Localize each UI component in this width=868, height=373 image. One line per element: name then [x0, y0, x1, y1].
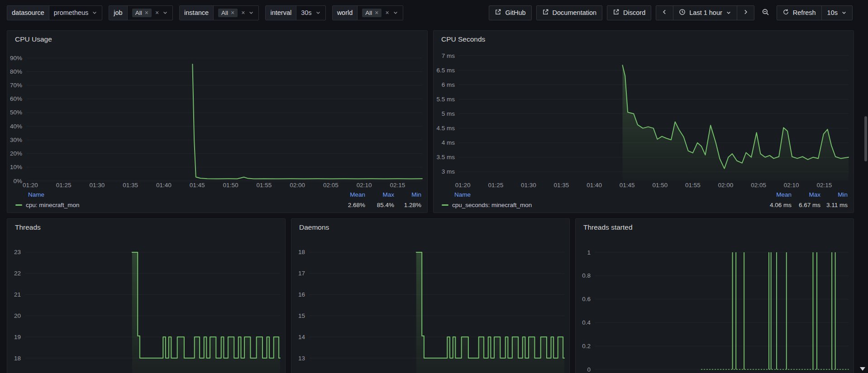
legend-series-row: cpu_seconds: minecraft_mon 4.06 ms 6.67 … — [439, 200, 848, 210]
svg-text:10%: 10% — [10, 164, 22, 170]
legend-header-mean[interactable]: Mean — [760, 191, 792, 198]
instance-chip-remove-icon[interactable]: × — [231, 9, 234, 16]
world-value-chip[interactable]: All × — [362, 9, 382, 17]
svg-text:02:05: 02:05 — [751, 182, 766, 189]
job-value-chip[interactable]: All × — [132, 9, 152, 17]
panel-title-cpu-usage[interactable]: CPU Usage — [15, 35, 52, 43]
legend-header-name[interactable]: Name — [439, 191, 760, 198]
panel-title-threads-started[interactable]: Threads started — [583, 223, 633, 231]
daemons-chart-area[interactable]: 13141516171801:2001:2501:3001:3501:4001:… — [291, 219, 569, 373]
legend-header-max[interactable]: Max — [365, 191, 394, 198]
page-scrollbar-thumb[interactable] — [864, 116, 867, 161]
svg-text:4.5 ms: 4.5 ms — [436, 125, 455, 132]
legend-max-value: 6.67 ms — [792, 202, 820, 208]
panel-daemons: Daemons 13141516171801:2001:2501:3001:35… — [291, 218, 570, 373]
svg-text:19: 19 — [14, 334, 21, 340]
variable-interval: interval 30s — [265, 5, 325, 20]
svg-text:4 ms: 4 ms — [442, 139, 455, 146]
svg-text:18: 18 — [14, 355, 21, 362]
variable-interval-label: interval — [266, 6, 296, 20]
svg-text:70%: 70% — [10, 82, 22, 89]
world-chip-text: All — [365, 9, 372, 16]
scroll-down-arrow-icon — [860, 367, 865, 371]
svg-text:01:50: 01:50 — [652, 182, 668, 189]
zoom-out-time-button[interactable] — [759, 5, 772, 20]
cpu-usage-legend: Name Mean Max Min cpu: minecraft_mon 2.6… — [13, 189, 421, 210]
variable-controls: datasource prometheus job All × × — [7, 5, 403, 20]
threads-chart-area[interactable]: 18192021222301:2001:2501:3001:3501:4001:… — [7, 219, 285, 373]
svg-text:21: 21 — [14, 291, 21, 298]
panel-title-daemons[interactable]: Daemons — [299, 223, 329, 231]
panel-cpu-seconds: CPU Seconds 3 ms3.5 ms4 ms4.5 ms5 ms5.5 … — [433, 30, 854, 213]
job-chip-remove-icon[interactable]: × — [145, 9, 148, 16]
world-chip-remove-icon[interactable]: × — [375, 9, 378, 16]
datasource-select[interactable]: prometheus — [49, 6, 102, 20]
job-clear-icon[interactable]: × — [155, 9, 159, 16]
time-shift-back-button[interactable] — [656, 5, 673, 20]
time-range-label: Last 1 hour — [689, 9, 722, 16]
github-link-label: GitHub — [505, 9, 525, 16]
legend-series-toggle[interactable]: cpu: minecraft_mon — [13, 202, 334, 208]
svg-text:02:10: 02:10 — [357, 182, 372, 189]
svg-text:02:05: 02:05 — [323, 182, 339, 189]
svg-text:40%: 40% — [10, 123, 22, 130]
legend-header-name[interactable]: Name — [13, 191, 334, 198]
legend-header-mean[interactable]: Mean — [334, 191, 365, 198]
svg-text:1: 1 — [587, 249, 591, 256]
threads-started-chart-area[interactable]: 00.20.40.60.8101:2001:2501:3001:3501:400… — [576, 219, 854, 373]
instance-clear-icon[interactable]: × — [241, 9, 245, 16]
variable-job-label: job — [109, 6, 127, 20]
svg-text:16: 16 — [298, 291, 305, 298]
panel-cpu-usage: CPU Usage 0%10%20%30%40%50%60%70%80%90%0… — [7, 30, 428, 213]
time-range-controls: Last 1 hour — [656, 5, 754, 20]
svg-text:60%: 60% — [10, 95, 22, 102]
svg-text:13: 13 — [298, 355, 305, 362]
job-multiselect[interactable]: All × × — [128, 6, 172, 20]
legend-header-row: Name Mean Max Min — [13, 189, 421, 200]
series-color-marker-icon — [15, 204, 22, 206]
toolbar-actions: GitHub Documentation Discord — [489, 5, 853, 20]
panel-title-threads[interactable]: Threads — [15, 223, 41, 231]
svg-text:15: 15 — [298, 312, 305, 319]
magnifier-minus-icon — [762, 8, 769, 17]
refresh-button[interactable]: Refresh — [777, 5, 822, 20]
legend-series-toggle[interactable]: cpu_seconds: minecraft_mon — [439, 202, 760, 208]
instance-multiselect[interactable]: All × × — [214, 6, 258, 20]
interval-selected-value: 30s — [301, 9, 311, 16]
documentation-link-button[interactable]: Documentation — [536, 5, 603, 20]
svg-text:01:55: 01:55 — [256, 182, 272, 189]
svg-text:01:35: 01:35 — [554, 182, 569, 189]
chevron-down-icon — [841, 10, 847, 15]
panel-title-cpu-seconds[interactable]: CPU Seconds — [441, 35, 485, 43]
svg-text:02:00: 02:00 — [290, 182, 305, 189]
cpu-seconds-chart-area[interactable]: 3 ms3.5 ms4 ms4.5 ms5 ms5.5 ms6 ms6.5 ms… — [434, 31, 854, 212]
cpu-seconds-legend: Name Mean Max Min cpu_seconds: minecraft… — [439, 189, 848, 210]
chevron-down-icon — [92, 10, 97, 15]
dashboard-toolbar: datasource prometheus job All × × — [0, 0, 868, 25]
world-multiselect[interactable]: All × × — [358, 6, 402, 20]
svg-text:01:25: 01:25 — [56, 182, 72, 189]
time-range-picker-button[interactable]: Last 1 hour — [673, 5, 737, 20]
chevron-down-icon — [248, 10, 254, 15]
instance-chip-text: All — [221, 9, 228, 16]
svg-text:01:20: 01:20 — [455, 182, 471, 189]
legend-mean-value: 2.68% — [334, 202, 365, 208]
legend-header-min[interactable]: Min — [820, 191, 848, 198]
cpu-usage-chart-area[interactable]: 0%10%20%30%40%50%60%70%80%90%01:2001:250… — [7, 31, 427, 212]
svg-text:0.4: 0.4 — [582, 319, 591, 326]
discord-link-button[interactable]: Discord — [607, 5, 651, 20]
legend-header-max[interactable]: Max — [792, 191, 820, 198]
legend-header-min[interactable]: Min — [394, 191, 421, 198]
svg-text:02:15: 02:15 — [390, 182, 405, 189]
refresh-interval-select[interactable]: 10s — [821, 5, 853, 20]
instance-value-chip[interactable]: All × — [218, 9, 238, 17]
time-shift-forward-button[interactable] — [737, 5, 754, 20]
github-link-button[interactable]: GitHub — [489, 5, 531, 20]
svg-text:17: 17 — [298, 270, 305, 277]
external-link-icon — [613, 9, 620, 17]
chevron-down-icon — [162, 10, 168, 15]
interval-select[interactable]: 30s — [296, 6, 325, 20]
svg-text:5 ms: 5 ms — [442, 110, 455, 117]
panel-threads-started: Threads started 00.20.40.60.8101:2001:25… — [575, 218, 854, 373]
world-clear-icon[interactable]: × — [385, 9, 389, 16]
